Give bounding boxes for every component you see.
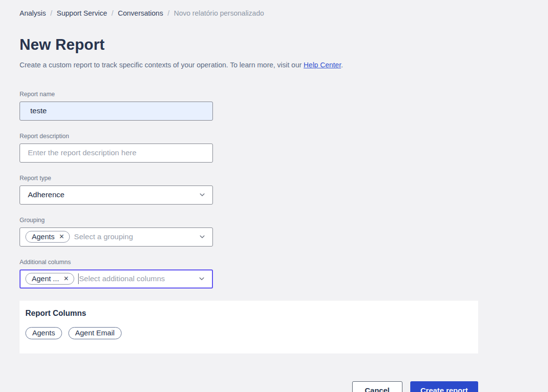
breadcrumb-conversations[interactable]: Conversations: [118, 9, 163, 17]
create-report-button[interactable]: Create report: [410, 381, 478, 392]
grouping-chip-agents[interactable]: Agents ✕: [25, 231, 70, 243]
report-form: Report name Report description Report ty…: [20, 91, 528, 289]
close-icon[interactable]: ✕: [59, 233, 64, 240]
footer-actions: Cancel Create report: [20, 381, 478, 392]
report-type-select[interactable]: Adherence: [20, 186, 213, 205]
new-report-page: Analysis / Support Service / Conversatio…: [0, 0, 548, 392]
page-subtitle: Create a custom report to track specific…: [20, 61, 528, 69]
page-title: New Report: [20, 36, 528, 54]
breadcrumb-current-page: Novo relatório personalizado: [174, 9, 264, 17]
report-type-value: Adherence: [28, 190, 64, 199]
report-type-label: Report type: [20, 175, 213, 182]
additional-columns-field-group: Additional columns Agent ... ✕ Select ad…: [20, 259, 213, 289]
chevron-down-icon: [198, 275, 206, 283]
additional-columns-chip-label: Agent ...: [32, 274, 59, 283]
report-column-pill-agent-email: Agent Email: [68, 327, 122, 339]
report-type-field-group: Report type Adherence: [20, 175, 213, 205]
breadcrumb-separator: /: [111, 9, 113, 17]
report-column-pill-agents: Agents: [25, 327, 62, 339]
breadcrumb-separator: /: [50, 9, 52, 17]
report-name-field-group: Report name: [20, 91, 213, 121]
close-icon[interactable]: ✕: [63, 275, 69, 282]
report-name-label: Report name: [20, 91, 213, 98]
help-center-link[interactable]: Help Center: [304, 61, 341, 69]
additional-columns-placeholder: Select additional columns: [79, 274, 165, 283]
additional-columns-chip-agent-email[interactable]: Agent ... ✕: [25, 273, 74, 285]
cancel-button[interactable]: Cancel: [352, 381, 402, 392]
breadcrumb-support-service[interactable]: Support Service: [57, 9, 107, 17]
additional-columns-label: Additional columns: [20, 259, 213, 266]
grouping-field-group: Grouping Agents ✕ Select a grouping: [20, 217, 213, 247]
report-description-label: Report description: [20, 133, 213, 140]
grouping-label: Grouping: [20, 217, 213, 224]
breadcrumb-analysis[interactable]: Analysis: [20, 9, 46, 17]
text-cursor: [78, 273, 79, 284]
report-description-input[interactable]: [20, 144, 213, 163]
grouping-placeholder: Select a grouping: [74, 232, 133, 241]
report-columns-title: Report Columns: [25, 309, 472, 318]
chevron-down-icon: [198, 233, 206, 241]
report-columns-card: Report Columns Agents Agent Email: [20, 301, 478, 353]
report-name-input[interactable]: [20, 102, 213, 121]
grouping-select[interactable]: Agents ✕ Select a grouping: [20, 227, 213, 247]
subtitle-period: .: [341, 61, 343, 69]
grouping-chip-label: Agents: [32, 232, 55, 241]
breadcrumb-separator: /: [168, 9, 169, 17]
chevron-down-icon: [198, 191, 206, 199]
additional-columns-select[interactable]: Agent ... ✕ Select additional columns: [20, 269, 213, 289]
breadcrumb: Analysis / Support Service / Conversatio…: [20, 9, 528, 17]
report-columns-pill-row: Agents Agent Email: [25, 327, 472, 339]
subtitle-text: Create a custom report to track specific…: [20, 61, 304, 69]
report-description-field-group: Report description: [20, 133, 213, 163]
